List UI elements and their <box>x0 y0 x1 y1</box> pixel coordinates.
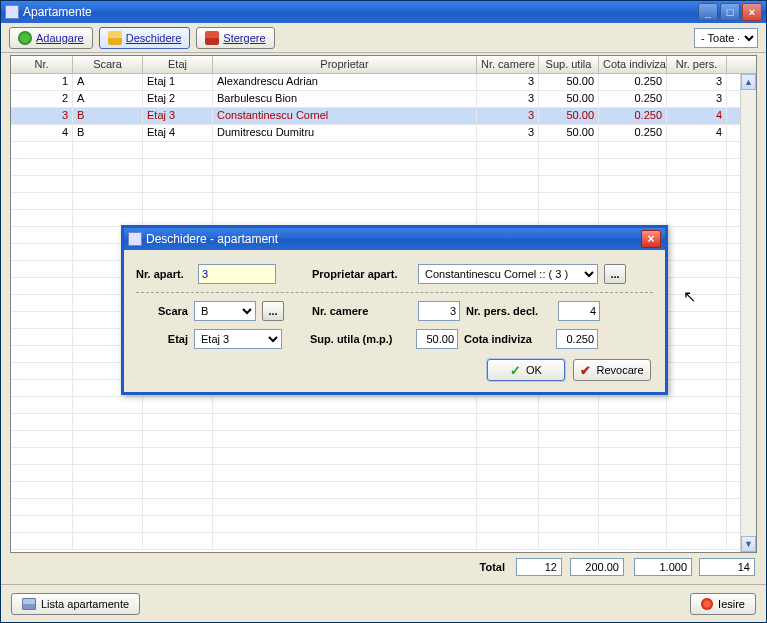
cell <box>667 278 727 294</box>
table-row[interactable] <box>11 431 756 448</box>
sup-utila-input[interactable] <box>416 329 458 349</box>
table-row[interactable]: 1AEtaj 1Alexandrescu Adrian350.000.2503 <box>11 74 756 91</box>
cell <box>477 397 539 413</box>
table-row[interactable] <box>11 414 756 431</box>
cell <box>11 414 73 430</box>
cell <box>539 159 599 175</box>
cell: A <box>73 91 143 107</box>
scrollbar[interactable]: ▲ ▼ <box>740 74 756 552</box>
open-button[interactable]: Deschidere <box>99 27 191 49</box>
table-row[interactable] <box>11 482 756 499</box>
cell <box>477 533 539 549</box>
cell: 3 <box>477 108 539 124</box>
cell <box>213 397 477 413</box>
cell: 0.250 <box>599 108 667 124</box>
col-cota[interactable]: Cota indiviza <box>599 56 667 73</box>
cell <box>143 465 213 481</box>
dialog-close-button[interactable]: × <box>641 230 661 248</box>
cell <box>213 516 477 532</box>
scroll-up-icon[interactable]: ▲ <box>741 74 756 90</box>
open-icon <box>108 31 122 45</box>
filter-select[interactable]: - Toate - <box>694 28 758 48</box>
table-row[interactable] <box>11 176 756 193</box>
col-sup[interactable]: Sup. utila <box>539 56 599 73</box>
cell <box>11 312 73 328</box>
exit-label: Iesire <box>718 598 745 610</box>
dialog-titlebar[interactable]: Deschidere - apartament × <box>124 228 665 250</box>
col-nr[interactable]: Nr. <box>11 56 73 73</box>
proprietar-select[interactable]: Constantinescu Cornel :: ( 3 ) <box>418 264 598 284</box>
maximize-button[interactable]: □ <box>720 3 740 21</box>
cell <box>477 482 539 498</box>
cell <box>143 448 213 464</box>
table-row[interactable] <box>11 499 756 516</box>
titlebar[interactable]: Apartamente _ □ × <box>1 1 766 23</box>
cell: Barbulescu Bion <box>213 91 477 107</box>
cell <box>73 193 143 209</box>
cell: B <box>73 125 143 141</box>
table-row[interactable]: 2AEtaj 2Barbulescu Bion350.000.2503 <box>11 91 756 108</box>
cell <box>539 482 599 498</box>
cell <box>599 159 667 175</box>
nr-camere-input[interactable] <box>418 301 460 321</box>
cell <box>11 278 73 294</box>
add-icon <box>18 31 32 45</box>
cell <box>11 397 73 413</box>
cell: 4 <box>667 125 727 141</box>
cell <box>477 159 539 175</box>
col-pers[interactable]: Nr. pers. <box>667 56 727 73</box>
col-camere[interactable]: Nr. camere <box>477 56 539 73</box>
cell <box>599 516 667 532</box>
scroll-down-icon[interactable]: ▼ <box>741 536 756 552</box>
cell <box>11 516 73 532</box>
cell <box>477 142 539 158</box>
total-label: Total <box>480 561 505 573</box>
dialog-icon <box>128 232 142 246</box>
table-row[interactable] <box>11 159 756 176</box>
col-scara[interactable]: Scara <box>73 56 143 73</box>
scara-lookup-button[interactable]: ... <box>262 301 284 321</box>
close-button[interactable]: × <box>742 3 762 21</box>
table-row[interactable]: 3BEtaj 3Constantinescu Cornel350.000.250… <box>11 108 756 125</box>
cell: 50.00 <box>539 91 599 107</box>
etaj-select[interactable]: Etaj 3 <box>194 329 282 349</box>
cell <box>477 210 539 226</box>
table-row[interactable] <box>11 516 756 533</box>
cell <box>143 499 213 515</box>
delete-button[interactable]: Stergere <box>196 27 274 49</box>
scara-select[interactable]: B <box>194 301 256 321</box>
add-button[interactable]: Adaugare <box>9 27 93 49</box>
exit-button[interactable]: Iesire <box>690 593 756 615</box>
col-etaj[interactable]: Etaj <box>143 56 213 73</box>
totals-row: Total 12 200.00 1.000 14 <box>10 556 757 578</box>
print-list-button[interactable]: Lista apartamente <box>11 593 140 615</box>
cell <box>73 533 143 549</box>
cota-input[interactable] <box>556 329 598 349</box>
cell <box>213 142 477 158</box>
label-sup-utila: Sup. utila (m.p.) <box>310 333 410 345</box>
table-row[interactable] <box>11 193 756 210</box>
cell: 50.00 <box>539 108 599 124</box>
cell <box>539 533 599 549</box>
ok-button[interactable]: ✓ OK <box>487 359 565 381</box>
cancel-button[interactable]: ✔ Revocare <box>573 359 651 381</box>
nr-pers-input[interactable] <box>558 301 600 321</box>
cell <box>599 193 667 209</box>
table-row[interactable] <box>11 465 756 482</box>
col-proprietar[interactable]: Proprietar <box>213 56 477 73</box>
proprietar-lookup-button[interactable]: ... <box>604 264 626 284</box>
table-row[interactable] <box>11 448 756 465</box>
cell <box>599 482 667 498</box>
cell <box>599 210 667 226</box>
cell: 50.00 <box>539 74 599 90</box>
cell <box>73 431 143 447</box>
table-row[interactable] <box>11 142 756 159</box>
table-row[interactable] <box>11 397 756 414</box>
minimize-button[interactable]: _ <box>698 3 718 21</box>
nr-apart-input[interactable] <box>198 264 276 284</box>
cell <box>477 176 539 192</box>
cell <box>11 261 73 277</box>
table-row[interactable] <box>11 533 756 550</box>
cell <box>11 329 73 345</box>
table-row[interactable]: 4BEtaj 4Dumitrescu Dumitru350.000.2504 <box>11 125 756 142</box>
